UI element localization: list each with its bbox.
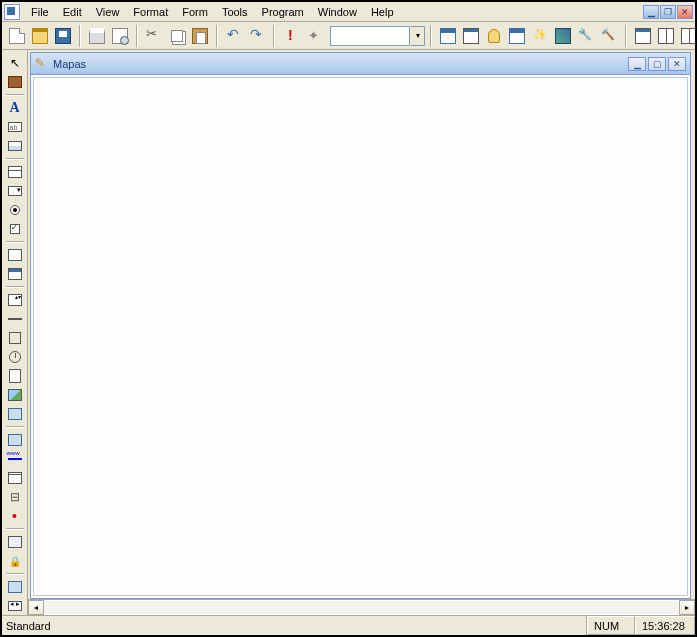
activex-tool[interactable] <box>5 507 25 525</box>
menu-tools[interactable]: Tools <box>215 4 255 20</box>
olebound-tool[interactable] <box>5 431 25 449</box>
form-maximize-button[interactable]: ▢ <box>648 57 666 71</box>
builder-lock-tool[interactable] <box>5 552 25 570</box>
window-vertical-button[interactable] <box>678 25 697 47</box>
label-tool[interactable]: A <box>5 99 25 117</box>
commandgroup-tool[interactable] <box>5 265 25 283</box>
scroll-right-button[interactable]: ▸ <box>679 600 695 615</box>
menu-format[interactable]: Format <box>126 4 175 20</box>
shape-tool[interactable] <box>5 329 25 347</box>
menu-help[interactable]: Help <box>364 4 401 20</box>
menu-view[interactable]: View <box>89 4 127 20</box>
object-combo[interactable] <box>330 26 410 46</box>
editbox-tool[interactable] <box>5 137 25 155</box>
toolbox-separator <box>6 426 24 428</box>
mdi-client-area: Mapas ▁ ▢ ✕ ◂ ▸ <box>28 50 695 615</box>
builder-button[interactable] <box>552 25 574 47</box>
button-tool[interactable] <box>5 533 25 551</box>
status-clock: 15:36:28 <box>635 616 695 635</box>
grid-tool[interactable] <box>5 246 25 264</box>
undo-button[interactable] <box>223 25 245 47</box>
datanav-tool[interactable] <box>5 597 25 615</box>
build-button[interactable] <box>598 25 620 47</box>
window-tile-button[interactable] <box>632 25 654 47</box>
properties-button[interactable] <box>506 25 528 47</box>
cut-button[interactable] <box>143 25 165 47</box>
form-designer-window[interactable]: Mapas ▁ ▢ ✕ <box>30 52 691 599</box>
ole-tool[interactable] <box>5 405 25 423</box>
print-preview-button[interactable] <box>109 25 131 47</box>
pageframe-tool[interactable] <box>5 367 25 385</box>
standard-toolbar: ▾ <box>2 22 695 50</box>
window-horizontal-button[interactable] <box>655 25 677 47</box>
combobox-tool[interactable] <box>5 182 25 200</box>
hyperlink-tool[interactable] <box>5 450 25 468</box>
menu-bar: File Edit View Format Form Tools Program… <box>2 2 695 22</box>
status-bar: Standard NUM 15:36:28 <box>2 615 695 635</box>
toolbox-separator <box>6 94 24 96</box>
optiongroup-tool[interactable] <box>5 201 25 219</box>
toolbox-separator <box>6 528 24 530</box>
listbox-tool[interactable] <box>5 163 25 181</box>
checkbox-tool[interactable] <box>5 220 25 238</box>
form-minimize-button[interactable]: ▁ <box>628 57 646 71</box>
line-tool[interactable] <box>5 310 25 328</box>
timer-tool[interactable] <box>5 348 25 366</box>
mdi-restore-button[interactable]: ❐ <box>660 5 676 19</box>
select-tool[interactable] <box>5 54 25 72</box>
horizontal-scrollbar[interactable]: ◂ ▸ <box>28 599 695 615</box>
view-classes-tool[interactable] <box>5 73 25 91</box>
scroll-track[interactable] <box>44 600 679 615</box>
dataenv-button[interactable] <box>529 25 551 47</box>
paste-button[interactable] <box>189 25 211 47</box>
toolbox-separator <box>6 241 24 243</box>
menu-edit[interactable]: Edit <box>56 4 89 20</box>
form-controls-toolbar: A <box>2 50 28 615</box>
tools-button[interactable] <box>575 25 597 47</box>
mdi-close-button[interactable]: ✕ <box>677 5 693 19</box>
autoformat-button[interactable] <box>460 25 482 47</box>
menu-program[interactable]: Program <box>255 4 311 20</box>
form-design-surface[interactable] <box>33 77 688 596</box>
modify-button[interactable] <box>303 25 325 47</box>
form-title: Mapas <box>53 58 86 70</box>
scroll-left-button[interactable]: ◂ <box>28 600 44 615</box>
separator-tool[interactable] <box>5 488 25 506</box>
form-window-button[interactable] <box>437 25 459 47</box>
toolbox-separator <box>6 158 24 160</box>
form-designer-titlebar[interactable]: Mapas ▁ ▢ ✕ <box>31 53 690 75</box>
image-tool[interactable] <box>5 386 25 404</box>
copy-button[interactable] <box>166 25 188 47</box>
textbox-tool[interactable] <box>5 118 25 136</box>
form-icon <box>35 57 49 71</box>
mdi-minimize-button[interactable]: ▁ <box>643 5 659 19</box>
status-num-indicator: NUM <box>587 616 635 635</box>
dataenv-tool[interactable] <box>5 578 25 596</box>
toolbox-separator <box>6 573 24 575</box>
menu-form[interactable]: Form <box>175 4 215 20</box>
toolbox-separator <box>6 286 24 288</box>
new-button[interactable] <box>6 25 28 47</box>
main-area: A <box>2 50 695 615</box>
mdi-window-controls: ▁ ❐ ✕ <box>643 5 695 19</box>
form-close-button[interactable]: ✕ <box>668 57 686 71</box>
open-button[interactable] <box>29 25 51 47</box>
spinner-tool[interactable] <box>5 291 25 309</box>
print-button[interactable] <box>86 25 108 47</box>
menu-window[interactable]: Window <box>311 4 364 20</box>
redo-button[interactable] <box>246 25 268 47</box>
save-button[interactable] <box>52 25 74 47</box>
container-tool[interactable] <box>5 469 25 487</box>
app-icon <box>4 4 20 20</box>
code-window-button[interactable] <box>483 25 505 47</box>
status-text: Standard <box>2 616 587 635</box>
object-combo-dropdown[interactable]: ▾ <box>411 26 425 46</box>
menu-file[interactable]: File <box>24 4 56 20</box>
run-button[interactable] <box>280 25 302 47</box>
